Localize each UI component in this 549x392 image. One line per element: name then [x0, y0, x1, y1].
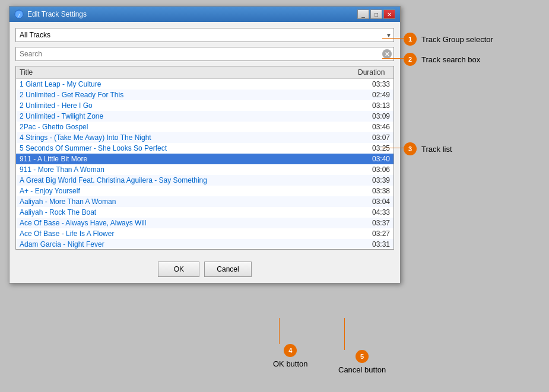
window-title: Edit Track Settings: [27, 10, 87, 18]
cancel-button[interactable]: Cancel: [204, 262, 251, 277]
close-button[interactable]: ✕: [383, 9, 395, 19]
track-title: 1 Giant Leap - My Culture: [16, 80, 358, 88]
annotation-4: 4 OK button: [273, 344, 308, 368]
annotation-line-3: [382, 148, 404, 148]
search-input[interactable]: [15, 47, 394, 61]
track-duration: 03:46: [358, 123, 393, 131]
track-duration: 03:31: [358, 240, 393, 248]
annotation-label-2: Track search box: [421, 55, 480, 64]
annotation-circle-1: 1: [404, 33, 417, 46]
track-duration: 03:04: [358, 197, 393, 206]
annotation-3: 3 Track list: [404, 142, 452, 155]
minimize-button[interactable]: _: [357, 9, 369, 19]
annotation-1: 1 Track Group selector: [404, 33, 493, 46]
annotation-vline-5: [344, 318, 345, 350]
track-item[interactable]: 911 - More Than A Woman03:06: [16, 164, 393, 175]
track-duration: 03:07: [358, 133, 393, 142]
track-title: 2 Unlimited - Here I Go: [16, 101, 358, 110]
annotation-label-1: Track Group selector: [421, 35, 493, 44]
annotation-circle-3: 3: [404, 142, 417, 155]
track-item[interactable]: 911 - A Little Bit More03:40: [16, 154, 393, 164]
track-duration: 03:39: [358, 176, 393, 184]
header-duration: Duration: [358, 68, 393, 77]
annotation-label-5: Cancel button: [338, 365, 386, 374]
maximize-button[interactable]: □: [370, 9, 382, 19]
track-title: Aaliyah - Rock The Boat: [16, 208, 358, 216]
track-title: 2 Unlimited - Twilight Zone: [16, 112, 358, 120]
track-duration: 03:33: [358, 80, 393, 88]
annotation-line-1: [382, 38, 404, 39]
annotation-container: ♪ Edit Track Settings _ □ ✕ All Tracks G…: [0, 0, 549, 392]
annotation-line-2: [382, 58, 404, 59]
track-title: 911 - A Little Bit More: [16, 155, 358, 163]
annotation-circle-5: 5: [356, 350, 369, 363]
track-duration: 03:13: [358, 101, 393, 110]
track-duration: 03:25: [358, 144, 393, 152]
track-item[interactable]: 2 Unlimited - Twilight Zone03:09: [16, 111, 393, 122]
dialog-window: ♪ Edit Track Settings _ □ ✕ All Tracks G…: [9, 6, 401, 283]
track-title: A+ - Enjoy Yourself: [16, 187, 358, 195]
track-item[interactable]: A Great Big World Feat. Christina Aguile…: [16, 175, 393, 186]
track-title: Ace Of Base - Always Have, Always Will: [16, 219, 358, 227]
track-item[interactable]: Aaliyah - More Than A Woman03:04: [16, 196, 393, 207]
search-row: ✕: [15, 47, 394, 61]
track-title: 5 Seconds Of Summer - She Looks So Perfe…: [16, 144, 358, 152]
annotation-label-4: OK button: [273, 359, 308, 368]
track-duration: 03:37: [358, 219, 393, 227]
track-title: Adam Garcia - Night Fever: [16, 240, 358, 248]
track-title: A Great Big World Feat. Christina Aguile…: [16, 176, 358, 184]
annotation-label-3: Track list: [421, 145, 452, 154]
track-item[interactable]: 5 Seconds Of Summer - She Looks So Perfe…: [16, 143, 393, 154]
track-item[interactable]: 2 Unlimited - Get Ready For This02:49: [16, 90, 393, 100]
annotation-5: 5 Cancel button: [338, 350, 386, 374]
header-title: Title: [16, 68, 358, 77]
track-item[interactable]: Adam Garcia - Night Fever03:31: [16, 239, 393, 248]
track-item[interactable]: 2Pac - Ghetto Gospel03:46: [16, 122, 393, 132]
track-title: Ace Of Base - Life Is A Flower: [16, 230, 358, 238]
track-duration: 04:33: [358, 208, 393, 216]
track-list-container: Title Duration 1 Giant Leap - My Culture…: [15, 66, 394, 250]
track-item[interactable]: Ace Of Base - Life Is A Flower03:27: [16, 228, 393, 239]
track-list-scroll[interactable]: 1 Giant Leap - My Culture03:332 Unlimite…: [16, 79, 393, 248]
dialog-body: All Tracks Group 1 Group 2 ▼ ✕ Title Dur…: [9, 22, 400, 256]
track-title: 2Pac - Ghetto Gospel: [16, 123, 358, 131]
track-group-dropdown-wrapper: All Tracks Group 1 Group 2 ▼: [15, 28, 394, 42]
annotation-circle-2: 2: [404, 53, 417, 66]
track-item[interactable]: A+ - Enjoy Yourself03:38: [16, 186, 393, 196]
track-title: 911 - More Than A Woman: [16, 165, 358, 174]
title-bar: ♪ Edit Track Settings _ □ ✕: [9, 7, 400, 22]
track-duration: 03:27: [358, 230, 393, 238]
track-duration: 03:40: [358, 155, 393, 163]
svg-text:♪: ♪: [18, 12, 21, 18]
track-item[interactable]: 4 Strings - (Take Me Away) Into The Nigh…: [16, 132, 393, 143]
track-duration: 03:09: [358, 112, 393, 120]
track-title: 2 Unlimited - Get Ready For This: [16, 91, 358, 99]
track-item[interactable]: 2 Unlimited - Here I Go03:13: [16, 100, 393, 111]
track-group-selector[interactable]: All Tracks Group 1 Group 2: [15, 28, 394, 42]
track-title: 4 Strings - (Take Me Away) Into The Nigh…: [16, 133, 358, 142]
track-duration: 03:06: [358, 165, 393, 174]
track-list-header: Title Duration: [16, 66, 393, 79]
track-title: Aaliyah - More Than A Woman: [16, 197, 358, 206]
annotation-vline-4: [279, 318, 280, 344]
title-bar-left: ♪ Edit Track Settings: [14, 9, 87, 19]
annotation-2: 2 Track search box: [404, 53, 480, 66]
window-icon: ♪: [14, 9, 24, 19]
ok-button[interactable]: OK: [158, 262, 199, 277]
track-item[interactable]: Aaliyah - Rock The Boat04:33: [16, 207, 393, 218]
track-duration: 03:38: [358, 187, 393, 195]
track-duration: 02:49: [358, 91, 393, 99]
track-item[interactable]: Ace Of Base - Always Have, Always Will03…: [16, 218, 393, 228]
annotation-circle-4: 4: [284, 344, 297, 357]
title-buttons: _ □ ✕: [357, 9, 395, 19]
track-group-row: All Tracks Group 1 Group 2 ▼: [15, 28, 394, 42]
track-item[interactable]: 1 Giant Leap - My Culture03:33: [16, 79, 393, 90]
search-clear-button[interactable]: ✕: [382, 49, 392, 59]
dialog-footer: OK Cancel: [9, 256, 400, 283]
